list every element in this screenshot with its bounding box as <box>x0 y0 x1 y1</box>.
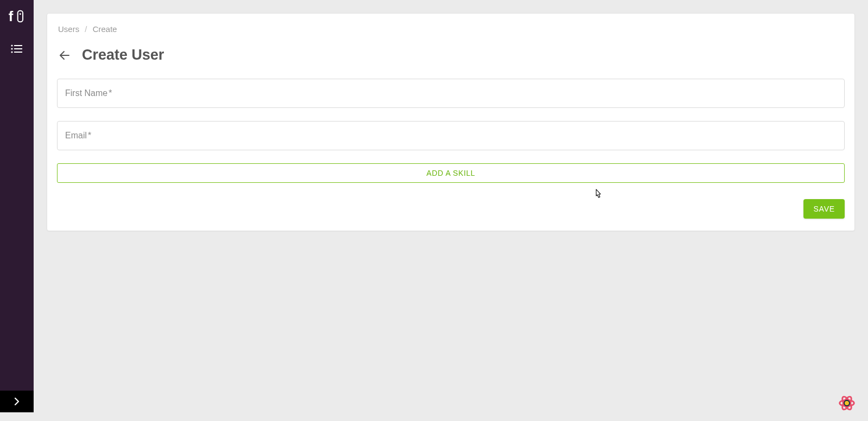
breadcrumb: Users / Create <box>57 22 845 41</box>
breadcrumb-current: Create <box>93 24 117 34</box>
email-field: Email* <box>57 121 845 150</box>
svg-point-12 <box>844 400 850 406</box>
main-content: Users / Create Create User First Name* E… <box>34 0 868 421</box>
list-icon[interactable] <box>10 42 23 55</box>
add-skill-button[interactable]: ADD A SKILL <box>57 163 845 183</box>
first-name-input[interactable] <box>57 79 845 108</box>
chevron-right-icon <box>14 398 20 405</box>
title-row: Create User <box>57 41 845 79</box>
svg-point-2 <box>20 13 21 15</box>
devtools-icon[interactable] <box>837 393 857 413</box>
arrow-left-icon <box>58 49 71 62</box>
svg-rect-1 <box>18 11 23 22</box>
form-actions: SAVE <box>57 199 845 219</box>
svg-point-5 <box>11 48 12 49</box>
svg-point-7 <box>11 51 12 53</box>
save-button[interactable]: SAVE <box>803 199 845 219</box>
svg-point-3 <box>11 44 12 46</box>
breadcrumb-separator: / <box>85 24 87 34</box>
create-user-card: Users / Create Create User First Name* E… <box>47 13 855 231</box>
svg-rect-4 <box>14 45 22 46</box>
breadcrumb-link-users[interactable]: Users <box>58 24 79 34</box>
email-input[interactable] <box>57 121 845 150</box>
sidebar: f <box>0 0 34 412</box>
svg-text:f: f <box>9 9 14 24</box>
page-title: Create User <box>82 47 164 63</box>
sidebar-expand-button[interactable] <box>0 391 34 412</box>
back-button[interactable] <box>57 48 72 63</box>
first-name-field: First Name* <box>57 79 845 108</box>
svg-rect-6 <box>14 48 22 49</box>
app-logo: f <box>6 5 28 27</box>
svg-rect-8 <box>14 52 22 53</box>
